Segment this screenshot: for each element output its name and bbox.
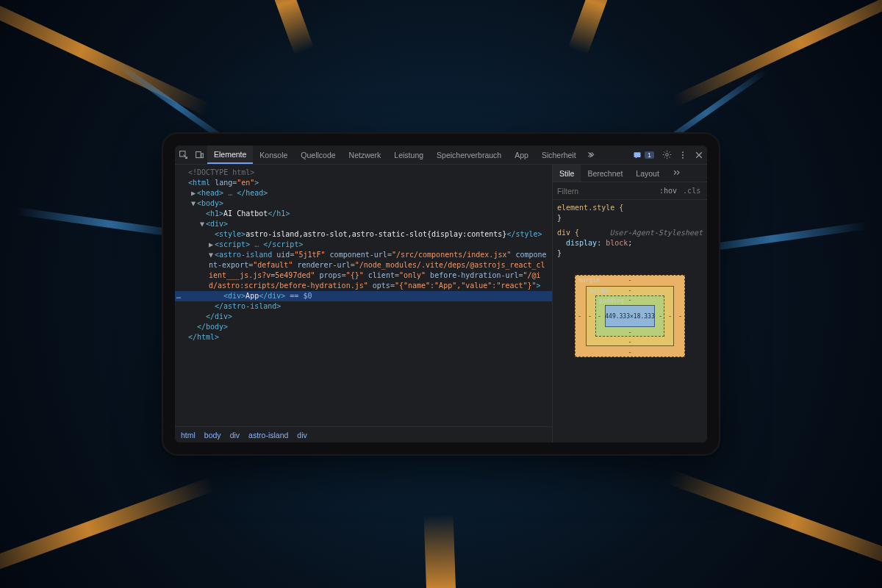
box-border-label: border xyxy=(589,288,611,295)
svg-point-6 xyxy=(682,154,684,156)
dom-node[interactable]: ▶<script> … </script> xyxy=(175,240,552,250)
dom-node[interactable]: ▼<astro-island uid="5j1tF" component-url… xyxy=(175,250,552,291)
svg-rect-2 xyxy=(201,154,202,158)
styles-rules[interactable]: element.style { } div { User-Agent-Style… xyxy=(553,200,707,262)
dom-node[interactable]: <h1>AI Chatbot</h1> xyxy=(175,209,552,219)
issues-badge[interactable]: 1 xyxy=(628,146,659,164)
styles-tabs: StileBerechnetLayout xyxy=(553,165,707,182)
dom-tree[interactable]: <!DOCTYPE html><html lang="en">▶<head> …… xyxy=(175,165,552,426)
svg-point-7 xyxy=(682,157,684,158)
cls-toggle[interactable]: .cls xyxy=(683,187,700,195)
dom-node[interactable]: ▼<div> xyxy=(175,219,552,229)
dom-node[interactable]: <style>astro-island,astro-slot,astro-sta… xyxy=(175,229,552,240)
elements-panel: <!DOCTYPE html><html lang="en">▶<head> …… xyxy=(175,165,553,442)
box-content[interactable]: 449.333×18.333 xyxy=(605,305,655,327)
svg-rect-1 xyxy=(196,151,201,157)
box-padding[interactable]: padding - - - - 449.333×18.333 xyxy=(595,295,664,337)
rule-close: } xyxy=(557,248,703,259)
breadcrumb-item[interactable]: body xyxy=(204,431,221,440)
box-model: margin - - - - border - - - - xyxy=(553,262,707,442)
svg-rect-3 xyxy=(634,152,640,157)
breadcrumb-item[interactable]: div xyxy=(297,431,306,440)
tab-app[interactable]: App xyxy=(508,146,535,164)
styles-panel: StileBerechnetLayout :hov .cls xyxy=(553,165,707,442)
dom-node[interactable]: ▶<head> … </head> xyxy=(175,188,552,198)
issues-count: 1 xyxy=(645,151,654,159)
tab-elemente[interactable]: Elemente xyxy=(207,146,253,164)
devtools-topbar: ElementeKonsoleQuellcodeNetzwerkLeistung… xyxy=(175,146,707,165)
rule-div: div { xyxy=(557,229,579,237)
devtools-window: ElementeKonsoleQuellcodeNetzwerkLeistung… xyxy=(175,146,707,442)
tab-leistung[interactable]: Leistung xyxy=(387,146,430,164)
svg-point-4 xyxy=(665,154,668,157)
dom-node[interactable]: </html> xyxy=(175,332,552,343)
tablet-frame: ElementeKonsoleQuellcodeNetzwerkLeistung… xyxy=(162,132,720,456)
device-toolbar-icon[interactable] xyxy=(191,146,207,164)
ua-stylesheet-label: User-Agent-Stylesheet xyxy=(610,228,703,238)
kebab-menu-icon[interactable] xyxy=(675,146,691,164)
styles-tab-stile[interactable]: Stile xyxy=(553,165,581,182)
dom-node[interactable]: </astro-island> xyxy=(175,301,552,312)
tab-netzwerk[interactable]: Netzwerk xyxy=(343,146,388,164)
rule-element-style: element.style { xyxy=(557,204,623,212)
box-padding-label: padding xyxy=(599,298,624,304)
styles-tab-layout[interactable]: Layout xyxy=(629,165,666,182)
styles-tab-berechnet[interactable]: Berechnet xyxy=(581,165,629,182)
breadcrumb: htmlbodydivastro-islanddiv xyxy=(175,426,552,442)
dom-node[interactable]: <!DOCTYPE html> xyxy=(175,168,552,178)
styles-filter-bar: :hov .cls xyxy=(553,182,707,200)
svg-point-5 xyxy=(682,151,684,153)
breadcrumb-item[interactable]: html xyxy=(181,431,196,440)
styles-filter-input[interactable] xyxy=(557,187,653,196)
dom-node[interactable]: </div> xyxy=(175,312,552,322)
more-styles-tabs-icon[interactable] xyxy=(666,165,687,182)
breadcrumb-item[interactable]: astro-island xyxy=(248,431,288,440)
box-border[interactable]: border - - - - padding - - - xyxy=(586,286,674,346)
more-tabs-icon[interactable] xyxy=(583,146,599,164)
devtools-tabs: ElementeKonsoleQuellcodeNetzwerkLeistung… xyxy=(207,146,583,164)
css-val: block xyxy=(606,239,628,247)
tab-sicherheit[interactable]: Sicherheit xyxy=(535,146,583,164)
breadcrumb-item[interactable]: div xyxy=(230,431,240,440)
dom-node[interactable]: </body> xyxy=(175,322,552,332)
dom-node[interactable]: …<div>App</div> == $0 xyxy=(175,291,552,301)
dom-node[interactable]: <html lang="en"> xyxy=(175,178,552,188)
css-prop: display xyxy=(566,239,597,247)
box-content-size: 449.333×18.333 xyxy=(605,313,654,320)
tab-speicherverbrauch[interactable]: Speicherverbrauch xyxy=(430,146,508,164)
devtools-main: <!DOCTYPE html><html lang="en">▶<head> …… xyxy=(175,165,707,442)
hov-toggle[interactable]: :hov xyxy=(659,187,677,195)
settings-icon[interactable] xyxy=(659,146,675,164)
rule-close: } xyxy=(557,213,703,223)
dom-node[interactable]: ▼<body> xyxy=(175,198,552,209)
inspect-element-icon[interactable] xyxy=(175,146,191,164)
box-margin-label: margin xyxy=(578,277,600,284)
tab-quellcode[interactable]: Quellcode xyxy=(294,146,342,164)
box-margin[interactable]: margin - - - - border - - - - xyxy=(575,275,685,357)
new-style-rule-icon[interactable] xyxy=(706,186,707,196)
tab-konsole[interactable]: Konsole xyxy=(253,146,294,164)
close-icon[interactable] xyxy=(691,146,707,164)
